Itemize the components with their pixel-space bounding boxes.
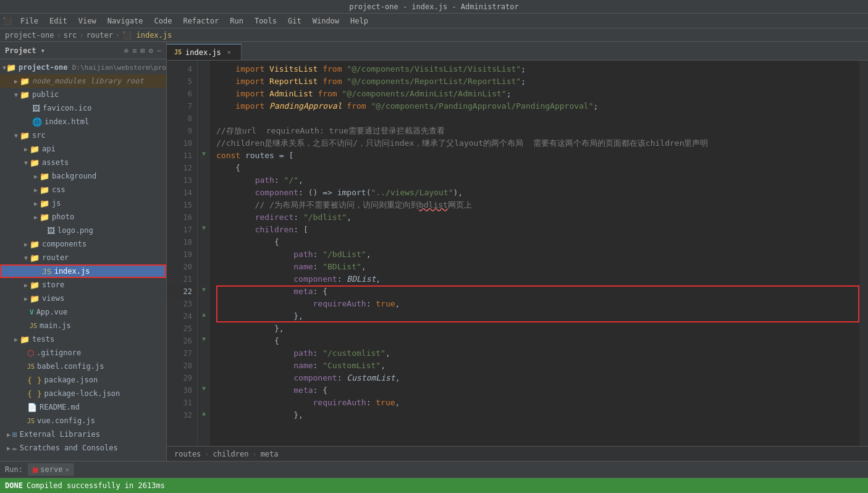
sidebar-icon-list[interactable]: ≡ (132, 46, 137, 55)
menu-item-help[interactable]: Help (345, 15, 373, 27)
folder-icon: 📁 (6, 63, 16, 72)
menu-bar: ⬛ FileEditViewNavigateCodeRefactorRunToo… (0, 14, 868, 28)
menu-item-refactor[interactable]: Refactor (178, 15, 224, 27)
tab-close-button[interactable]: × (225, 48, 234, 57)
tree-item-js-folder[interactable]: ▶ 📁 js (0, 196, 166, 210)
tree-item-src[interactable]: ▼ 📁 src (0, 129, 166, 142)
tree-item-router-index[interactable]: JS index.js (0, 264, 166, 278)
run-stop-icon[interactable]: ■ (33, 465, 38, 474)
tree-item-gitignore[interactable]: ⬡ .gitignore (0, 346, 166, 360)
menu-item-git[interactable]: Git (283, 15, 306, 27)
menu-item-tools[interactable]: Tools (250, 15, 282, 27)
folder-icon: 📁 (40, 199, 49, 208)
tree-arrow-router[interactable]: ▼ (22, 255, 30, 261)
tree-arrow-assets[interactable]: ▼ (22, 159, 30, 166)
code-line-14: component: () => import("../views/Layout… (216, 187, 859, 199)
code-line-11: const routes = [ (216, 150, 859, 162)
tree-arrow-photo[interactable]: ▶ (32, 214, 40, 221)
tree-item-package-json[interactable]: { } package.json (0, 373, 166, 387)
gutter-5 (198, 73, 210, 85)
sidebar-icon-plus[interactable]: ⊕ (124, 46, 129, 55)
js-icon: JS (42, 267, 52, 276)
gutter-17[interactable]: ▼ (198, 221, 210, 234)
tree-item-public[interactable]: ▼ 📁 public (0, 88, 166, 101)
tree-arrow-scratches[interactable]: ▶ (5, 445, 12, 452)
tree-arrow-js[interactable]: ▶ (32, 200, 40, 207)
tree-item-index-html[interactable]: 🌐 index.html (0, 115, 166, 129)
run-tab-label: serve (40, 465, 62, 474)
tree-arrow-css[interactable]: ▶ (32, 187, 40, 193)
line-num-29: 29 (167, 372, 197, 384)
tree-item-tests[interactable]: ▶ 📁 tests (0, 332, 166, 346)
tree-item-vue-config[interactable]: JS vue.config.js (0, 414, 166, 428)
code-line-13: path: "/", (216, 174, 859, 187)
tree-arrow-store[interactable]: ▶ (22, 282, 30, 289)
gutter-32[interactable]: ▲ (198, 407, 210, 419)
menu-item-file[interactable]: File (15, 15, 43, 27)
tree-item-css[interactable]: ▶ 📁 css (0, 183, 166, 196)
code-line-31: requireAuth: true, (216, 397, 859, 409)
tree-arrow-api[interactable]: ▶ (22, 146, 30, 153)
gutter-11[interactable]: ▼ (198, 147, 210, 159)
img-icon: 🖼 (47, 226, 55, 235)
line-num-9: 9 (167, 125, 197, 137)
run-tab-close[interactable]: × (65, 466, 69, 474)
tree-item-readme[interactable]: 📄 README.md (0, 400, 166, 414)
tree-arrow-views[interactable]: ▶ (22, 295, 30, 302)
tree-item-background[interactable]: ▶ 📁 background (0, 169, 166, 183)
menu-item-code[interactable]: Code (150, 15, 177, 27)
folder-icon: 📁 (30, 145, 40, 154)
menu-item-window[interactable]: Window (308, 15, 344, 27)
menu-item-edit[interactable]: Edit (44, 15, 72, 27)
tree-item-api[interactable]: ▶ 📁 api (0, 142, 166, 156)
tree-item-babel-config[interactable]: JS babel.config.js (0, 360, 166, 373)
menu-item-run[interactable]: Run (225, 15, 248, 27)
tree-arrow-public[interactable]: ▼ (12, 91, 20, 98)
tree-item-components[interactable]: ▶ 📁 components (0, 237, 166, 251)
tree-item-views[interactable]: ▶ 📁 views (0, 292, 166, 305)
tree-item-assets[interactable]: ▼ 📁 assets (0, 156, 166, 169)
tree-item-main-js[interactable]: JS main.js (0, 319, 166, 332)
code-line-9: //存放url requireAuth: true需要通过登录拦截器先查看 (216, 125, 859, 137)
tree-item-external-libs[interactable]: ▶ ⊞ External Libraries (0, 428, 166, 441)
tree-item-logo[interactable]: 🖼 logo.png (0, 224, 166, 237)
tree-item-project-one[interactable]: ▼ 📁 project-one D:\haijian\webstorm\proj… (0, 61, 166, 74)
tree-arrow-external[interactable]: ▶ (5, 431, 12, 438)
tree-item-scratches[interactable]: ▶ ✏ Scratches and Consoles (0, 441, 166, 455)
title-text: project-one - index.js - Administrator (349, 2, 519, 11)
tree-arrow-tests[interactable]: ▶ (12, 336, 20, 343)
tree-label: project-one D:\haijian\webstorm\project-… (19, 63, 166, 72)
vue-icon: V (30, 308, 34, 316)
sidebar-icon-minus[interactable]: − (157, 46, 161, 55)
gutter-30[interactable]: ▼ (198, 382, 210, 394)
tree-item-package-lock[interactable]: { } package-lock.json (0, 387, 166, 400)
tree-item-store[interactable]: ▶ 📁 store (0, 278, 166, 292)
gutter-25 (198, 320, 210, 332)
tab-index-js[interactable]: JS index.js × (167, 44, 242, 60)
sidebar-icon-layout[interactable]: ⊞ (140, 46, 145, 55)
tree-label: assets (42, 158, 69, 167)
tree-label: README.md (40, 403, 80, 411)
bc-children: children (213, 450, 249, 458)
tree-arrow-components[interactable]: ▶ (22, 241, 30, 248)
tree-item-node-modules[interactable]: ▶ 📁 node_modules library root (0, 74, 166, 88)
tree-label: components (42, 240, 86, 248)
tree-item-favicon[interactable]: 🖼 favicon.ico (0, 101, 166, 115)
line-num-6: 6 (167, 88, 197, 100)
menu-item-view[interactable]: View (74, 15, 101, 27)
gutter-19 (198, 246, 210, 258)
code-content[interactable]: import VisitsList from "@/components/Vis… (210, 61, 859, 446)
tree-arrow-src[interactable]: ▼ (12, 132, 20, 139)
breadcrumb: project-one › src › router › ⬛ index.js (0, 28, 868, 42)
run-tab-serve[interactable]: ■ serve × (28, 463, 74, 476)
gutter-26[interactable]: ▼ (198, 332, 210, 345)
tree-arrow-node-modules[interactable]: ▶ (12, 78, 20, 85)
sidebar-icon-settings[interactable]: ⚙ (149, 46, 153, 55)
tree-item-app-vue[interactable]: V App.vue (0, 305, 166, 319)
tree-item-photo[interactable]: ▶ 📁 photo (0, 210, 166, 224)
gutter-22[interactable]: ▼ (198, 283, 210, 295)
menu-item-navigate[interactable]: Navigate (103, 15, 148, 27)
gutter-24[interactable]: ▲ (198, 308, 210, 320)
tree-arrow-background[interactable]: ▶ (32, 173, 40, 180)
tree-item-router[interactable]: ▼ 📁 router (0, 251, 166, 264)
